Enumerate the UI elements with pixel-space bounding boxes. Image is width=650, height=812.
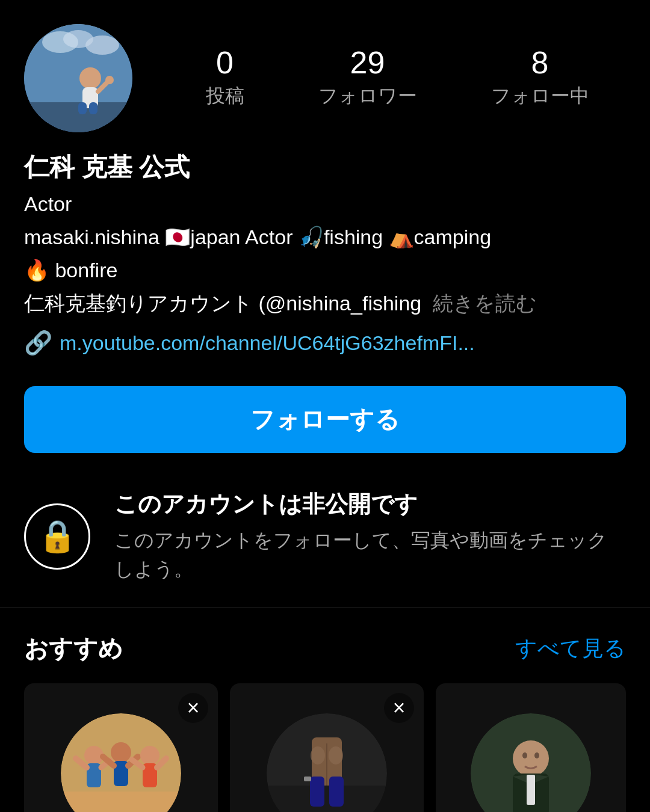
svg-point-17 (111, 742, 131, 763)
bio-link-row: 🔗 m.youtube.com/channel/UC64tjG63zhefmFI… (24, 330, 626, 356)
svg-point-10 (105, 76, 114, 84)
display-name: 仁科 克基 公式 (24, 150, 626, 184)
svg-point-31 (311, 746, 325, 764)
bio-line3: 仁科克基釣りアカウント (@nishina_fishing 続きを読む (24, 288, 626, 319)
recommended-header: おすすめ すべて見る (24, 632, 626, 665)
lock-icon: 🔒 (38, 518, 77, 555)
svg-rect-33 (304, 777, 311, 781)
bio-section: 仁科 克基 公式 Actor masaki.nishina 🇯🇵japan Ac… (0, 144, 650, 380)
svg-point-41 (534, 752, 539, 758)
svg-point-21 (140, 746, 159, 765)
rec-avatar-3-wrap (436, 683, 626, 812)
rec-card-1[interactable]: × (24, 683, 218, 812)
private-description: このアカウントをフォローして、写真や動画をチェックしよう。 (114, 526, 626, 583)
followers-label: フォロワー (318, 83, 417, 109)
svg-point-40 (522, 752, 527, 758)
posts-stat[interactable]: 0 投稿 (206, 47, 244, 109)
svg-rect-37 (527, 775, 535, 805)
private-text-area: このアカウントは非公開です このアカウントをフォローして、写真や動画をチェックし… (114, 489, 626, 583)
rec-avatar-3 (471, 713, 591, 812)
rec-avatar-1 (61, 713, 181, 812)
svg-rect-12 (61, 792, 181, 812)
svg-point-35 (513, 740, 549, 777)
following-stat[interactable]: 8 フォロー中 (491, 47, 589, 109)
close-card-1-button[interactable]: × (178, 693, 208, 723)
recommended-cards: × (24, 683, 626, 812)
followers-stat[interactable]: 29 フォロワー (318, 47, 417, 109)
rec-card-3[interactable]: やなぎた (436, 683, 626, 812)
svg-point-3 (85, 35, 119, 55)
follow-button-wrap: フォローする (0, 380, 650, 477)
follow-button[interactable]: フォローする (24, 386, 626, 453)
bio-account-text: 仁科克基釣りアカウント (@nishina_fishing (24, 292, 421, 315)
svg-point-32 (329, 746, 343, 764)
svg-rect-29 (329, 777, 344, 807)
avatar (24, 24, 132, 132)
svg-rect-8 (89, 102, 98, 114)
bio-title: Actor (24, 189, 626, 220)
rec-card-2[interactable]: × (230, 683, 424, 812)
profile-link[interactable]: m.youtube.com/channel/UC64tjG63zhefmFI..… (60, 331, 475, 355)
rec-avatar-2 (267, 713, 387, 812)
bio-line1: masaki.nishina 🇯🇵japan Actor 🎣fishing ⛺c… (24, 222, 626, 253)
followers-count: 29 (350, 47, 385, 78)
bio-line2: 🔥 bonfire (24, 255, 626, 286)
posts-count: 0 (216, 47, 234, 78)
stats-area: 0 投稿 29 フォロワー 8 フォロー中 (144, 47, 626, 109)
svg-point-5 (79, 67, 101, 89)
recommended-section: おすすめ すべて見る × (0, 608, 650, 812)
following-label: フォロー中 (491, 83, 589, 109)
svg-rect-28 (310, 777, 324, 807)
private-title: このアカウントは非公開です (114, 489, 626, 520)
read-more-link[interactable]: 続きを読む (433, 292, 537, 315)
svg-rect-7 (78, 102, 87, 114)
private-notice: 🔒 このアカウントは非公開です このアカウントをフォローして、写真や動画をチェッ… (24, 489, 626, 583)
close-card-2-button[interactable]: × (384, 693, 414, 723)
link-icon: 🔗 (24, 330, 52, 356)
profile-header: 0 投稿 29 フォロワー 8 フォロー中 (0, 0, 650, 144)
following-count: 8 (531, 47, 549, 78)
lock-icon-circle: 🔒 (24, 503, 90, 570)
svg-rect-26 (267, 786, 387, 812)
posts-label: 投稿 (206, 83, 244, 109)
recommended-title: おすすめ (24, 632, 123, 665)
see-all-link[interactable]: すべて見る (515, 634, 626, 663)
